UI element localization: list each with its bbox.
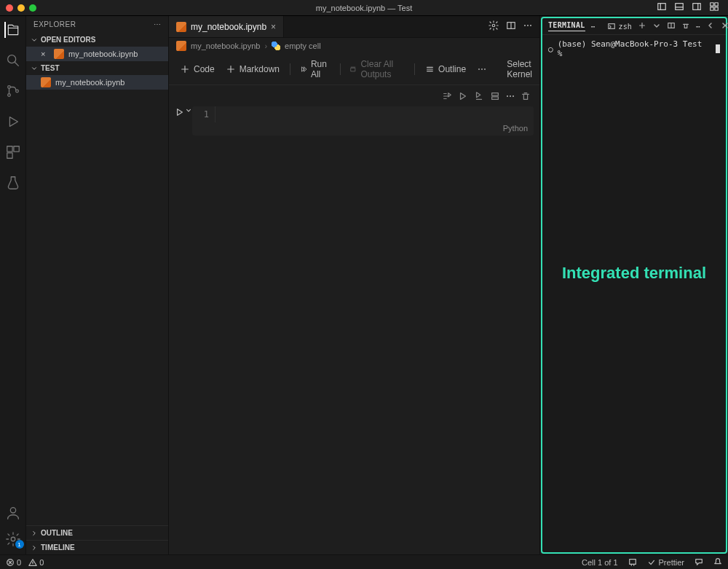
- execute-cell-icon[interactable]: [458, 91, 468, 103]
- notebook-icon: [54, 49, 64, 59]
- terminal-dropdown-icon[interactable]: [652, 21, 661, 31]
- svg-rect-4: [693, 4, 701, 10]
- maximize-window-icon[interactable]: [29, 4, 36, 12]
- minimize-window-icon[interactable]: [17, 4, 25, 12]
- close-panel-icon[interactable]: [721, 21, 728, 31]
- source-control-icon[interactable]: [5, 83, 21, 99]
- add-markdown-cell-button[interactable]: Markdown: [222, 62, 284, 76]
- run-by-line-icon[interactable]: [442, 91, 452, 103]
- breadcrumb-separator-icon: ›: [264, 42, 267, 50]
- svg-rect-8: [711, 7, 713, 10]
- cell-position[interactable]: Cell 1 of 1: [582, 558, 618, 567]
- outline-section[interactable]: OUTLINE: [26, 525, 168, 540]
- window-controls: [0, 4, 36, 12]
- panel-more-icon[interactable]: ⋯: [591, 23, 596, 31]
- execute-below-icon[interactable]: [474, 91, 484, 103]
- notebook-settings-icon[interactable]: [488, 20, 499, 33]
- split-editor-icon[interactable]: [506, 20, 516, 33]
- tab-more-icon[interactable]: ⋯: [523, 20, 532, 33]
- warnings-status[interactable]: 0: [28, 558, 44, 567]
- code-cell[interactable]: 1: [192, 106, 534, 122]
- window-title: my_notebook.ipynb — Test: [0, 4, 728, 12]
- bell-icon[interactable]: [713, 557, 722, 568]
- kernel-picker[interactable]: Select Kernel: [494, 59, 532, 79]
- svg-point-19: [10, 508, 15, 513]
- editor-tab[interactable]: my_notebook.ipynb ×: [169, 16, 284, 37]
- svg-rect-0: [658, 4, 666, 10]
- shell-indicator[interactable]: zsh: [607, 22, 632, 31]
- toolbar-more-icon[interactable]: ⋯: [473, 64, 491, 74]
- panel-right-icon[interactable]: [692, 1, 702, 14]
- title-bar: my_notebook.ipynb — Test: [0, 0, 728, 16]
- notebook-icon: [176, 22, 186, 32]
- layout-controls: [657, 1, 728, 14]
- svg-marker-42: [477, 93, 480, 98]
- explorer-title: EXPLORER: [33, 20, 76, 28]
- timeline-section[interactable]: TIMELINE: [26, 540, 168, 554]
- panel-chevron-icon[interactable]: [706, 21, 715, 31]
- svg-point-10: [7, 55, 15, 63]
- clear-outputs-button[interactable]: Clear All Outputs: [346, 57, 408, 82]
- search-icon[interactable]: [5, 52, 21, 68]
- activity-bar: [0, 16, 26, 554]
- terminal-panel-title[interactable]: TERMINAL: [548, 21, 585, 31]
- prettier-status[interactable]: Prettier: [647, 558, 684, 567]
- code-input[interactable]: [215, 106, 534, 122]
- panel-more2-icon[interactable]: ⋯: [696, 23, 700, 31]
- breadcrumb[interactable]: my_notebook.ipynb › empty cell: [169, 38, 539, 54]
- close-window-icon[interactable]: [6, 4, 13, 12]
- testing-icon[interactable]: [5, 175, 21, 191]
- feedback-icon[interactable]: [695, 557, 703, 568]
- open-editor-item[interactable]: × my_notebook.ipynb: [26, 47, 168, 61]
- panel-left-icon[interactable]: [657, 1, 667, 14]
- outline-button[interactable]: Outline: [421, 62, 470, 76]
- workspace-section[interactable]: TEST: [26, 61, 168, 75]
- svg-rect-17: [13, 146, 18, 152]
- run-debug-icon[interactable]: [5, 114, 21, 130]
- svg-rect-9: [715, 7, 718, 10]
- notebook-status-icon[interactable]: [628, 557, 637, 568]
- cursor-icon: [716, 44, 720, 53]
- close-tab-icon[interactable]: ×: [271, 22, 276, 32]
- markdown-button-label: Markdown: [240, 64, 280, 74]
- split-cell-icon[interactable]: [490, 91, 500, 103]
- svg-rect-44: [492, 93, 499, 96]
- run-cell-button[interactable]: [175, 106, 192, 117]
- prompt-prefix: ○: [548, 44, 553, 54]
- notebook-icon: [41, 77, 51, 87]
- customize-layout-icon[interactable]: [709, 1, 719, 14]
- line-number: 1: [192, 106, 215, 122]
- file-tree-item[interactable]: my_notebook.ipynb: [26, 75, 168, 90]
- notebook-icon: [176, 41, 186, 51]
- clear-outputs-label: Clear All Outputs: [360, 59, 404, 79]
- close-icon[interactable]: ×: [41, 50, 50, 58]
- notebook-toolbar: Code Markdown Run All Clear All Outputs …: [169, 54, 539, 85]
- open-editors-section[interactable]: OPEN EDITORS: [26, 33, 168, 47]
- kernel-label: Select Kernel: [507, 59, 532, 79]
- cell-language-label[interactable]: Python: [192, 122, 534, 136]
- explorer-more-icon[interactable]: ⋯: [154, 20, 162, 28]
- cell-more-icon[interactable]: ⋯: [506, 91, 515, 103]
- run-all-label: Run All: [311, 59, 330, 79]
- svg-point-21: [492, 24, 495, 27]
- new-terminal-icon[interactable]: [638, 21, 646, 31]
- errors-status[interactable]: 0: [6, 558, 21, 567]
- panel-bottom-icon[interactable]: [674, 1, 684, 14]
- editor-group: my_notebook.ipynb × ⋯ my_notebook.ipynb …: [169, 16, 540, 554]
- python-icon: [272, 42, 280, 50]
- svg-point-14: [15, 90, 18, 93]
- add-code-cell-button[interactable]: Code: [176, 62, 219, 76]
- terminal-line[interactable]: ○ (base) Sean@MacBook-Pro-3 Test %: [542, 35, 726, 63]
- extensions-icon[interactable]: [5, 144, 21, 160]
- svg-marker-46: [178, 109, 183, 116]
- run-all-button[interactable]: Run All: [296, 57, 334, 82]
- kill-terminal-icon[interactable]: [681, 21, 690, 31]
- prettier-label: Prettier: [659, 558, 684, 567]
- explorer-icon[interactable]: [4, 22, 20, 38]
- split-terminal-icon[interactable]: [667, 21, 676, 31]
- account-icon[interactable]: [5, 505, 21, 521]
- settings-gear-icon[interactable]: [5, 531, 21, 547]
- delete-cell-icon[interactable]: [521, 91, 531, 103]
- outline-button-label: Outline: [438, 64, 466, 74]
- svg-rect-35: [496, 67, 501, 72]
